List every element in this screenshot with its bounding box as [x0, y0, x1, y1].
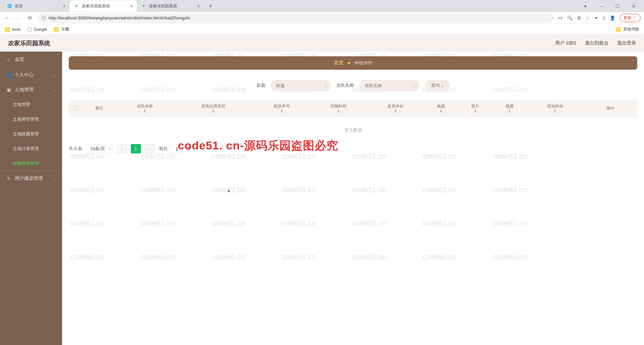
- breadcrumb-current: 种植详情: [355, 60, 372, 66]
- sort-icon[interactable]: ▲▼: [143, 109, 146, 113]
- address-bar: ← → ⟳ ⓘ http://localhost:8080/lexiangtia…: [0, 12, 644, 24]
- pager-prev-button[interactable]: ‹: [117, 144, 127, 153]
- close-icon[interactable]: ×: [130, 3, 133, 9]
- land-icon: ▣: [6, 87, 11, 92]
- search-icon: ⌕: [324, 83, 327, 88]
- site-info-icon[interactable]: ⓘ: [42, 15, 46, 21]
- vue-icon: ▼: [141, 3, 146, 9]
- th-addtime: 添加时间▲▼: [527, 100, 584, 117]
- th-credit: 农民信用类型▲▼: [173, 100, 253, 117]
- user-icon: 👤: [6, 72, 11, 78]
- tab-bar: 🌐 首页 × ▼ 农家乐田园系统 × ▼ 农家乐田园系统 × + ▾ — ☐ ✕: [0, 0, 644, 12]
- main-content: 首页 ★ 种植详情 标题 ⌕ 农民名称 ⌕ 查询⌕: [62, 52, 644, 345]
- th-lease: 租赁单号▲▼: [253, 100, 310, 117]
- sidebar-sub-plant-detail[interactable]: 种植详情管理: [0, 156, 62, 171]
- url-text: http://localhost:8080/lexiangtianyuan/ad…: [49, 15, 190, 20]
- minimize-icon[interactable]: —: [596, 4, 606, 9]
- translate-icon[interactable]: ⊞: [577, 15, 581, 20]
- folder-icon: [616, 27, 621, 32]
- extensions-icon[interactable]: ✦: [594, 15, 598, 20]
- globe-icon: 🌐: [7, 3, 12, 9]
- th-title: 标题▲▼: [424, 100, 458, 117]
- sort-icon[interactable]: ▲▼: [212, 109, 215, 113]
- bookmark-google[interactable]: Google: [27, 27, 47, 32]
- tabs-dropdown-icon[interactable]: ▾: [580, 4, 590, 9]
- data-table: 索引 农民名称▲▼ 农民信用类型▲▼ 租赁单号▲▼ 到期时间▲▼ 是否评价▲▼ …: [69, 100, 637, 138]
- sidebar-item-land[interactable]: ▣ 土地管理 ⌄: [0, 82, 62, 97]
- key-icon[interactable]: ⊶: [558, 15, 562, 20]
- pager-next-button[interactable]: ›: [145, 144, 155, 153]
- close-window-icon[interactable]: ✕: [629, 4, 639, 9]
- sidebar-sub-land-collect[interactable]: 土地收藏管理: [0, 127, 62, 141]
- to-front-button[interactable]: 退出到前台: [585, 40, 608, 46]
- close-icon[interactable]: ×: [63, 3, 66, 9]
- label-title: 标题: [257, 82, 265, 88]
- th-reviewed: 是否评价▲▼: [367, 100, 424, 117]
- sort-icon[interactable]: ▲▼: [394, 109, 397, 113]
- sidebar-item-home[interactable]: ⌂ 首页: [0, 52, 62, 68]
- browser-tab-0[interactable]: 🌐 首页 ×: [3, 0, 70, 12]
- sidebar-item-personal[interactable]: 👤 个人中心 ⌄: [0, 68, 62, 82]
- th-photo: 照片▲▼: [458, 100, 492, 117]
- browser-tab-2[interactable]: ▼ 农家乐田园系统 ×: [137, 0, 204, 12]
- tab-title: 农家乐田园系统: [149, 3, 195, 9]
- toolbar-actions: ⊶ 🔍 ⊞ ☆ ✦ ▯ 👤 更新⋮: [558, 14, 641, 22]
- profile-icon[interactable]: 👤: [610, 15, 615, 20]
- search-icon: ⌕: [413, 83, 416, 88]
- pager-total: 共 0 条: [69, 146, 82, 152]
- close-icon[interactable]: ×: [197, 3, 200, 9]
- chevron-down-icon: ⌄: [53, 177, 56, 180]
- logout-button[interactable]: 退出登录: [617, 40, 636, 46]
- sort-icon[interactable]: ▲▼: [474, 109, 477, 113]
- breadcrumb: 首页 ★ 种植详情: [69, 56, 637, 70]
- sort-icon[interactable]: ▲▼: [508, 109, 511, 113]
- sort-icon[interactable]: ▲▼: [554, 109, 557, 113]
- sidebar: ⌂ 首页 👤 个人中心 ⌄ ▣ 土地管理 ⌄ 土地管理 土地评价管理 土地收藏管…: [0, 52, 62, 345]
- update-button[interactable]: 更新⋮: [620, 14, 641, 22]
- other-bookmarks[interactable]: 其他书签: [616, 26, 639, 32]
- new-tab-button[interactable]: +: [206, 1, 215, 11]
- zoom-icon[interactable]: 🔍: [567, 15, 573, 20]
- back-icon[interactable]: ←: [3, 15, 11, 21]
- sidepanel-icon[interactable]: ▯: [603, 15, 605, 20]
- search-title-input[interactable]: [271, 80, 331, 91]
- pager-goto: 前往 页: [159, 144, 191, 153]
- select-all-checkbox[interactable]: [73, 106, 78, 110]
- reload-icon[interactable]: ⟳: [26, 15, 34, 21]
- bookmark-icon[interactable]: ☆: [586, 15, 590, 20]
- breadcrumb-home[interactable]: 首页: [334, 60, 343, 66]
- pager-page-1[interactable]: 1: [131, 144, 141, 153]
- th-action: 操作: [584, 100, 637, 117]
- app: code51.cncode51.cncode51.cncode51.cncode…: [0, 35, 644, 345]
- header-actions: 用户 1001 退出到前台 退出登录: [555, 40, 636, 46]
- globe-icon: [27, 27, 32, 32]
- search-button[interactable]: 查询⌕: [425, 80, 450, 91]
- window-controls: ▾ — ☐ ✕: [580, 4, 641, 9]
- folder-icon: [5, 27, 10, 32]
- user-label[interactable]: 用户 1001: [555, 40, 576, 46]
- sidebar-sub-land-review[interactable]: 土地评价管理: [0, 112, 62, 127]
- sidebar-item-advice[interactable]: ✎ 用户建议管理 ⌄: [0, 171, 62, 186]
- bookmark-treasure[interactable]: 宝藏: [54, 26, 69, 32]
- search-farmer-input[interactable]: [359, 80, 420, 91]
- chevron-down-icon: ⌄: [53, 73, 56, 77]
- empty-row: 暂无数据: [69, 117, 637, 138]
- browser-tab-1[interactable]: ▼ 农家乐田园系统 ×: [70, 0, 137, 12]
- pager-size-select[interactable]: 10条/页: [86, 144, 112, 153]
- app-body: ⌂ 首页 👤 个人中心 ⌄ ▣ 土地管理 ⌄ 土地管理 土地评价管理 土地收藏管…: [0, 52, 644, 345]
- pager-goto-input[interactable]: [170, 144, 184, 153]
- tab-title: 首页: [15, 3, 60, 9]
- bookmark-tools[interactable]: tools: [5, 27, 20, 32]
- app-title: 农家乐田园系统: [8, 39, 50, 47]
- sort-icon[interactable]: ▲▼: [440, 109, 443, 113]
- sidebar-sub-land-manage[interactable]: 土地管理: [0, 97, 62, 112]
- maximize-icon[interactable]: ☐: [612, 4, 623, 9]
- vue-icon: ▼: [74, 3, 79, 9]
- search-row: 标题 ⌕ 农民名称 ⌕ 查询⌕: [69, 80, 637, 91]
- search-icon: ⌕: [441, 83, 444, 88]
- sidebar-sub-land-order[interactable]: 土地订单管理: [0, 141, 62, 156]
- forward-icon[interactable]: →: [15, 15, 22, 21]
- sort-icon[interactable]: ▲▼: [280, 109, 283, 113]
- sort-icon[interactable]: ▲▼: [337, 109, 340, 113]
- url-input[interactable]: ⓘ http://localhost:8080/lexiangtianyuan/…: [38, 13, 554, 23]
